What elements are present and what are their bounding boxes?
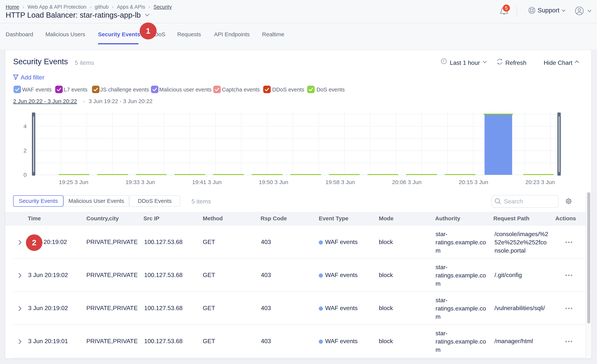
svg-text:20:06 3 Jun: 20:06 3 Jun <box>392 179 422 185</box>
svg-text:19:58 3 Jun: 19:58 3 Jun <box>326 179 355 185</box>
svg-text:4: 4 <box>24 123 27 129</box>
svg-text:20:15 3 Jun: 20:15 3 Jun <box>459 179 488 185</box>
svg-text:19:25 3 Jun: 19:25 3 Jun <box>59 179 88 185</box>
svg-text:0: 0 <box>24 172 27 178</box>
svg-text:19:50 3 Jun: 19:50 3 Jun <box>259 179 288 185</box>
svg-text:20:23 3 Jun: 20:23 3 Jun <box>526 179 555 185</box>
svg-text:19:33 3 Jun: 19:33 3 Jun <box>126 179 155 185</box>
svg-text:19:41 3 Jun: 19:41 3 Jun <box>192 179 222 185</box>
svg-text:2: 2 <box>24 147 27 154</box>
